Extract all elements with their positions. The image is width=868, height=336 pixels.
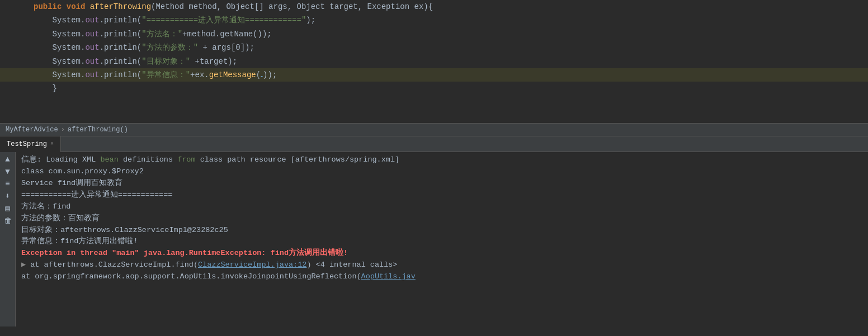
- output-line-11: at org.springframework.aop.support.AopUt…: [21, 271, 862, 283]
- console-area: TestSpring × ▲ ▼ ≡ ⬇ ▤ 🗑 信息: Loading XML…: [0, 136, 868, 326]
- scroll-down-icon[interactable]: ▼: [5, 168, 10, 176]
- stack-link-1[interactable]: ClazzServiceImpl.java:12: [198, 261, 306, 269]
- output-from-keyword: from: [177, 155, 195, 164]
- code-text: out: [85, 14, 99, 26]
- code-line-2: System.out.println("===========进入异常通知===…: [0, 13, 868, 27]
- code-line-3: System.out.println("方法名："+method.getName…: [0, 27, 868, 41]
- download-icon[interactable]: ⬇: [5, 192, 10, 200]
- menu-icon[interactable]: ≡: [5, 180, 10, 188]
- console-sidebar: ▲ ▼ ≡ ⬇ ▤ 🗑: [0, 152, 16, 326]
- clear-icon[interactable]: 🗑: [4, 217, 12, 225]
- code-line-6: System.out.println("异常信息："+ex.getMessage…: [0, 68, 868, 82]
- output-line-2: class com.sun.proxy.$Proxy2: [21, 166, 862, 178]
- code-line-7: }: [0, 82, 868, 95]
- breadcrumb: MyAfterAdvice › afterThrowing(): [0, 123, 868, 136]
- code-params: (Method method, Object[] args, Object ta…: [151, 1, 433, 13]
- output-line-5: 方法名：find: [21, 201, 862, 213]
- console-tab-testspring[interactable]: TestSpring ×: [0, 136, 61, 152]
- method-name: afterThrowing: [90, 1, 151, 13]
- console-tab-label: TestSpring: [7, 140, 47, 148]
- console-output: 信息: Loading XML bean definitions from cl…: [16, 152, 868, 326]
- breadcrumb-class: MyAfterAdvice: [6, 126, 58, 134]
- keyword-public: public: [34, 1, 67, 13]
- output-line-6: 方法的参数：百知教育: [21, 213, 862, 225]
- breadcrumb-method: afterThrowing(): [68, 126, 128, 134]
- code-line-5: System.out.println("目标对象：" +target);: [0, 55, 868, 68]
- output-text: 信息: Loading XML: [21, 155, 100, 164]
- close-tab-button[interactable]: ×: [50, 141, 54, 147]
- keyword-void: void: [67, 1, 90, 13]
- scroll-up-icon[interactable]: ▲: [5, 155, 10, 163]
- output-line-10: ▶ at afterthrows.ClazzServiceImpl.find(C…: [21, 259, 862, 271]
- list-icon[interactable]: ▤: [5, 205, 10, 212]
- console-tab-bar: TestSpring ×: [0, 136, 868, 152]
- stack-link-2[interactable]: AopUtils.jav: [361, 272, 416, 281]
- code-editor: public void afterThrowing(Method method,…: [0, 0, 868, 123]
- string-literal: "===========进入异常通知============": [141, 14, 306, 26]
- output-line-7: 目标对象：afterthrows.ClazzServiceImpl@23282c…: [21, 225, 862, 236]
- code-line-blank: [0, 96, 868, 109]
- code-line-4: System.out.println("方法的参数：" + args[0]);: [0, 41, 868, 54]
- output-line-3: Service find调用百知教育: [21, 178, 862, 190]
- output-line-4: ===========进入异常通知============: [21, 190, 862, 201]
- output-bean-keyword: bean: [100, 155, 118, 164]
- output-line-9: Exception in thread "main" java.lang.Run…: [21, 248, 862, 259]
- breadcrumb-separator: ›: [61, 126, 65, 134]
- code-line-1: public void afterThrowing(Method method,…: [0, 0, 868, 13]
- output-line-1: 信息: Loading XML bean definitions from cl…: [21, 154, 862, 166]
- output-line-8: 异常信息：find方法调用出错啦!: [21, 236, 862, 248]
- console-content: ▲ ▼ ≡ ⬇ ▤ 🗑 信息: Loading XML bean definit…: [0, 152, 868, 326]
- code-text: System.: [34, 14, 85, 26]
